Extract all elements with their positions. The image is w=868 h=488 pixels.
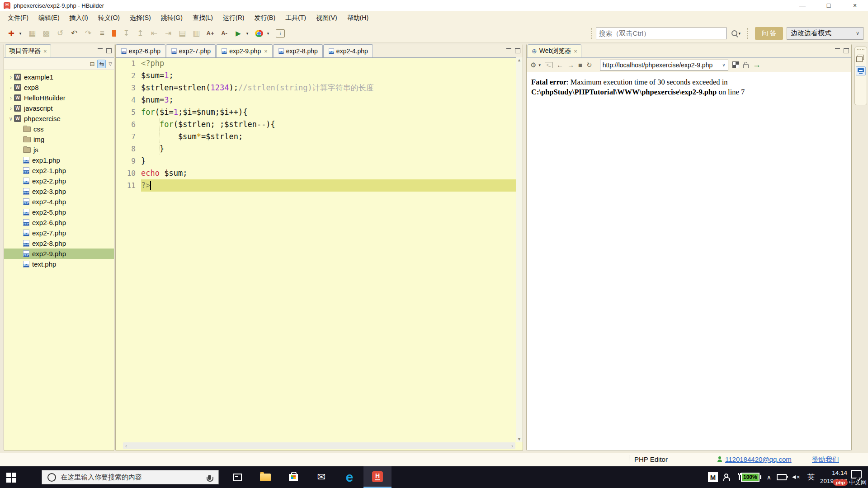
taskbar-search-box[interactable]: 在这里输入你要搜索的内容 [42, 470, 219, 484]
hbuilder-taskbar-button[interactable]: H [363, 466, 392, 488]
start-button[interactable] [6, 473, 16, 483]
font-decrease-icon[interactable]: A- [220, 28, 228, 38]
minimize-button[interactable]: — [789, 0, 816, 11]
format-icon[interactable]: ≡ [98, 28, 106, 38]
code-area[interactable]: 1<?php2$sum=1;3$strlen=strlen(1234);//st… [116, 57, 516, 442]
maximize-button[interactable]: □ [816, 0, 842, 11]
gear-icon[interactable]: ⚙ [530, 61, 536, 69]
sponsor-link[interactable]: 赞助我们 [812, 455, 839, 464]
qr-code-icon[interactable] [732, 61, 739, 68]
maximize-editor-icon[interactable] [515, 48, 520, 53]
close-tab-icon[interactable]: × [264, 48, 268, 55]
menu-item[interactable]: 查找(L) [188, 11, 218, 24]
minimize-browser-icon[interactable] [835, 48, 840, 52]
code-line-3[interactable]: 3$strlen=strlen(1234);//strlen(string)计算… [116, 82, 516, 94]
tree-item-css[interactable]: css [4, 124, 114, 134]
code-line-2[interactable]: 2$sum=1; [116, 70, 516, 82]
chevron-right-icon[interactable]: › [8, 84, 14, 91]
menu-item[interactable]: 发行(B) [249, 11, 280, 24]
task-view-button[interactable] [223, 466, 251, 488]
chevron-right-icon[interactable]: › [8, 95, 14, 101]
hidden-icons-chevron[interactable]: ∧ [767, 474, 771, 481]
m-app-icon[interactable]: M [708, 472, 718, 482]
restore-layout-icon[interactable] [858, 55, 864, 60]
tab-web-browser[interactable]: ⊕ Web浏览器 × [528, 44, 581, 57]
link-with-editor-icon[interactable]: ⇆ [97, 60, 106, 68]
indent-left-icon[interactable]: ⇤ [150, 28, 158, 38]
maximize-browser-icon[interactable] [844, 48, 849, 53]
doc-outline-icon[interactable]: ▥ [192, 28, 200, 38]
menu-item[interactable]: 工具(T) [280, 11, 311, 24]
close-icon[interactable]: × [574, 48, 577, 55]
chrome-icon[interactable] [255, 30, 263, 37]
editor-horizontal-scrollbar[interactable]: ‹ › [123, 442, 515, 449]
code-line-1[interactable]: 1<?php [116, 57, 516, 70]
menu-item[interactable]: 运行(R) [218, 11, 249, 24]
battery-indicator[interactable]: 100% [739, 473, 761, 482]
chrome-caret-icon[interactable]: ▾ [266, 28, 270, 38]
minimize-panel-icon[interactable] [98, 48, 103, 52]
tree-item-exp1.php[interactable]: PHPexp1.php [4, 155, 114, 165]
microphone-icon[interactable] [208, 475, 211, 480]
chevron-down-icon[interactable]: ∨ [8, 116, 14, 122]
tree-item-exp2-9.php[interactable]: PHPexp2-9.php [4, 249, 114, 259]
undo-icon[interactable]: ↶ [70, 28, 78, 38]
tab-exp2-6.php[interactable]: PHPexp2-6.php [116, 44, 165, 57]
menu-item[interactable]: 视图(V) [311, 11, 342, 24]
tab-project-manager[interactable]: 项目管理器 × [5, 44, 51, 57]
tree-item-exp2-6.php[interactable]: PHPexp2-6.php [4, 217, 114, 228]
chevron-right-icon[interactable]: › [8, 105, 14, 112]
scroll-right-icon[interactable]: › [509, 443, 515, 449]
url-dropdown-icon[interactable]: ∨ [722, 62, 727, 67]
new-file-icon[interactable]: + [7, 28, 15, 38]
battery-icon[interactable] [777, 474, 787, 480]
scroll-down-icon[interactable]: ▼ [517, 436, 521, 442]
export-icon[interactable]: ↥ [136, 28, 144, 38]
file-explorer-button[interactable] [251, 466, 279, 488]
menu-item[interactable]: 选择(S) [125, 11, 156, 24]
tree-item-exp2-4.php[interactable]: PHPexp2-4.php [4, 197, 114, 207]
store-button[interactable] [279, 466, 307, 488]
search-icon[interactable] [731, 30, 737, 36]
menu-item[interactable]: 跳转(G) [156, 11, 188, 24]
search-caret-icon[interactable]: ▾ [739, 31, 741, 36]
tree-item-js[interactable]: js [4, 145, 114, 155]
search-input[interactable] [596, 28, 727, 39]
menu-item[interactable]: 文件(F) [3, 11, 33, 24]
tree-item-example1[interactable]: ›Wexample1 [4, 72, 114, 82]
minimize-editor-icon[interactable] [506, 48, 511, 52]
tree-item-exp8[interactable]: ›Wexp8 [4, 82, 114, 93]
people-icon[interactable] [723, 474, 733, 481]
qa-button[interactable]: 问 答 [755, 27, 783, 40]
code-line-5[interactable]: 5for($i=1;$i=$num;$i++){ [116, 106, 516, 118]
tree-item-exp2-8.php[interactable]: PHPexp2-8.php [4, 238, 114, 249]
maximize-panel-icon[interactable] [106, 48, 112, 53]
new-file-caret-icon[interactable]: ▾ [19, 28, 22, 38]
chevron-right-icon[interactable]: › [8, 74, 14, 80]
code-line-4[interactable]: 4$num=3; [116, 94, 516, 106]
notification-center-icon[interactable] [851, 470, 862, 479]
scroll-up-icon[interactable]: ▲ [517, 57, 521, 63]
back-icon[interactable]: ← [557, 61, 563, 69]
edge-button[interactable]: e [335, 466, 363, 488]
tree-item-exp2-7.php[interactable]: PHPexp2-7.php [4, 228, 114, 238]
lock-icon[interactable] [743, 64, 749, 68]
console-icon[interactable]: i [276, 29, 285, 38]
tab-exp2-9.php[interactable]: PHPexp2-9.php× [216, 44, 273, 57]
doc-list-icon[interactable]: ▤ [178, 28, 186, 38]
close-icon[interactable]: × [43, 48, 47, 55]
tree-item-exp2-2.php[interactable]: PHPexp2-2.php [4, 176, 114, 186]
tree-item-img[interactable]: img [4, 134, 114, 145]
code-line-10[interactable]: 10echo $sum; [116, 167, 516, 179]
tree-item-exp2-3.php[interactable]: PHPexp2-3.php [4, 186, 114, 197]
indent-right-icon[interactable]: ⇥ [164, 28, 172, 38]
tab-exp2-4.php[interactable]: PHPexp2-4.php [323, 44, 373, 57]
menu-item[interactable]: 插入(I) [65, 11, 93, 24]
tab-exp2-8.php[interactable]: PHPexp2-8.php [273, 44, 323, 57]
edit-preview-mode-select[interactable]: 边改边看模式 ∨ [787, 27, 863, 40]
editor-vertical-scrollbar[interactable]: ▲ ▼ [516, 57, 523, 442]
tree-item-HelloHBuilder[interactable]: ›WHelloHBuilder [4, 93, 114, 103]
revert-icon[interactable]: ↺ [56, 28, 64, 38]
account-link[interactable]: 1120184420@qq.com [725, 455, 792, 463]
menu-item[interactable]: 转义(O) [93, 11, 125, 24]
